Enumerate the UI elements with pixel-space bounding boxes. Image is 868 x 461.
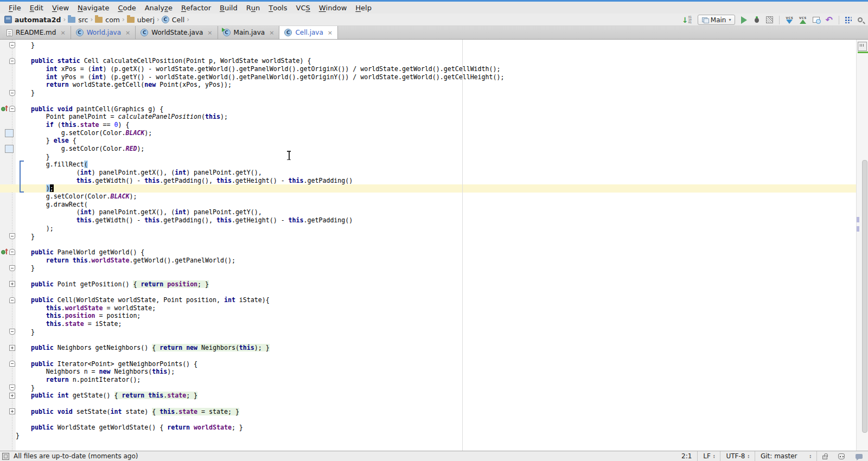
tab-close-icon[interactable]: ×: [328, 29, 333, 36]
code-line[interactable]: Neighbors n = new Neighbors(this);: [0, 368, 856, 376]
code-line[interactable]: }: [0, 153, 856, 161]
code-line[interactable]: g.setColor(Color.BLACK);: [0, 193, 856, 201]
tab-close-icon[interactable]: ×: [125, 29, 130, 36]
code-line[interactable]: this.position = position;: [0, 312, 856, 320]
tab-readme-md[interactable]: README.md×: [2, 26, 71, 39]
breadcrumb-cell[interactable]: CCell: [162, 16, 184, 24]
menu-item-vcs[interactable]: VCS: [292, 2, 315, 14]
code-line[interactable]: (int) panelPoint.getX(), (int) panelPoin…: [0, 208, 856, 216]
code-line[interactable]: this.worldState = worldState;: [0, 304, 856, 312]
code-line[interactable]: public static Cell calculateCellPosition…: [0, 57, 856, 65]
menu-item-code[interactable]: Code: [113, 2, 140, 14]
error-stripe-mark[interactable]: [857, 226, 859, 232]
code-line[interactable]: [0, 288, 856, 296]
code-line[interactable]: [0, 415, 856, 424]
update-info-icon[interactable]: ↓011001: [682, 16, 692, 24]
code-line[interactable]: }: [0, 89, 856, 97]
menu-item-edit[interactable]: Edit: [25, 2, 48, 14]
tab-close-icon[interactable]: ×: [207, 29, 212, 36]
code-line[interactable]: return n.pointIterator();: [0, 376, 856, 384]
tab-close-icon[interactable]: ×: [269, 29, 274, 36]
error-stripe-mark[interactable]: [857, 217, 859, 222]
tab-cell-java[interactable]: CCell.java×: [279, 26, 338, 39]
vcs-change-marker[interactable]: [5, 129, 14, 137]
git-branch-widget[interactable]: Git: master▴▾: [755, 451, 816, 461]
code-line[interactable]: [0, 336, 856, 344]
code-line[interactable]: public Iterator<Point> getNeighborPoints…: [0, 360, 856, 368]
code-line[interactable]: g.setColor(Color.RED);: [0, 145, 856, 153]
code-line[interactable]: [0, 272, 856, 280]
code-line[interactable]: public int getState() { return this.stat…: [0, 392, 856, 400]
code-line[interactable]: [0, 97, 856, 105]
code-line[interactable]: return worldState.getCell(new Point(xPos…: [0, 81, 856, 89]
menu-item-navigate[interactable]: Navigate: [73, 2, 113, 14]
code-line[interactable]: int yPos = (int) (p.getY() - worldState.…: [0, 73, 856, 81]
code-line[interactable]: }: [0, 432, 856, 440]
menu-item-run[interactable]: Run: [242, 2, 265, 14]
code-line[interactable]: );: [0, 225, 856, 233]
code-line[interactable]: (int) panelPoint.getX(), (int) panelPoin…: [0, 169, 856, 177]
menu-item-view[interactable]: View: [48, 2, 73, 14]
recent-changes-icon[interactable]: [813, 17, 820, 23]
readonly-lock-widget[interactable]: [816, 451, 833, 461]
inspections-status-icon[interactable]: [858, 42, 867, 51]
breadcrumb-com[interactable]: com: [95, 16, 120, 24]
menu-item-file[interactable]: File: [4, 2, 25, 14]
structure-icon[interactable]: [845, 17, 852, 23]
vcs-commit-button[interactable]: VCS: [799, 16, 807, 24]
fold-open-icon[interactable]: [9, 106, 15, 112]
fold-plus-icon[interactable]: [9, 281, 15, 287]
run-button[interactable]: [741, 16, 747, 24]
tab-world-java[interactable]: CWorld.java×: [71, 26, 136, 39]
fold-end-icon[interactable]: [9, 265, 15, 271]
code-line[interactable]: }: [0, 264, 856, 272]
menu-item-help[interactable]: Help: [351, 2, 376, 14]
code-line[interactable]: }: [0, 384, 856, 392]
code-line[interactable]: this.getWidth() - this.getPadding(), thi…: [0, 216, 856, 225]
fold-open-icon[interactable]: [9, 58, 15, 64]
run-configuration-select[interactable]: Main ▾: [698, 15, 736, 25]
breadcrumb-automata2d[interactable]: automata2d: [4, 16, 61, 24]
code-line[interactable]: }: [0, 233, 856, 241]
code-line[interactable]: public void setState(int state) { this.s…: [0, 408, 856, 416]
fold-end-icon[interactable]: [9, 90, 15, 96]
search-everywhere-icon[interactable]: [858, 17, 863, 22]
code-line[interactable]: return this.worldState.getWorld().getPan…: [0, 257, 856, 265]
code-line[interactable]: [0, 49, 856, 57]
code-line[interactable]: [0, 240, 856, 248]
breadcrumb-uberj[interactable]: uberj: [127, 16, 155, 24]
vertical-scrollbar[interactable]: [862, 160, 867, 433]
fold-plus-icon[interactable]: [9, 408, 15, 414]
tab-close-icon[interactable]: ×: [60, 29, 65, 36]
code-line[interactable]: public Neighbors getNeighbors() { return…: [0, 344, 856, 352]
code-line[interactable]: [0, 352, 856, 360]
code-lines[interactable]: } public static Cell calculateCellPositi…: [0, 41, 856, 439]
menu-item-build[interactable]: Build: [215, 2, 242, 14]
fold-plus-icon[interactable]: [9, 345, 15, 351]
code-line[interactable]: );: [0, 184, 856, 193]
tab-worldstate-java[interactable]: CWorldState.java×: [136, 26, 218, 39]
encoding-widget[interactable]: UTF-8▴▾: [720, 451, 755, 461]
code-line[interactable]: this.getWidth() - this.getPadding(), thi…: [0, 177, 856, 185]
code-line[interactable]: public Cell(WorldState worldState, Point…: [0, 296, 856, 304]
event-log-widget[interactable]: [850, 451, 868, 461]
tab-main-java[interactable]: CMain.java×: [218, 26, 280, 39]
code-line[interactable]: g.setColor(Color.BLACK);: [0, 129, 856, 137]
vcs-update-button[interactable]: VCS: [786, 16, 793, 24]
code-line[interactable]: this.state = iState;: [0, 320, 856, 328]
caret-position-widget[interactable]: 2:1: [676, 451, 697, 461]
menu-item-analyze[interactable]: Analyze: [141, 2, 177, 14]
code-line[interactable]: Point panelPoint = calculatePanelPositio…: [0, 113, 856, 121]
code-line[interactable]: if (this.state == 0) {: [0, 121, 856, 129]
menu-item-refactor[interactable]: Refactor: [177, 2, 215, 14]
code-line[interactable]: }: [0, 41, 856, 49]
debug-button[interactable]: [753, 16, 760, 23]
toolwindow-switcher-icon[interactable]: [2, 453, 9, 460]
fold-open-icon[interactable]: [9, 297, 15, 303]
code-line[interactable]: public PanelWorld getWorld() {: [0, 248, 856, 257]
vcs-change-marker[interactable]: [5, 145, 14, 153]
fold-plus-icon[interactable]: [9, 393, 15, 399]
code-line[interactable]: public Point getPosition() { return posi…: [0, 280, 856, 289]
code-line[interactable]: g.fillRect(: [0, 161, 856, 169]
rollback-button[interactable]: ↶: [826, 16, 833, 24]
